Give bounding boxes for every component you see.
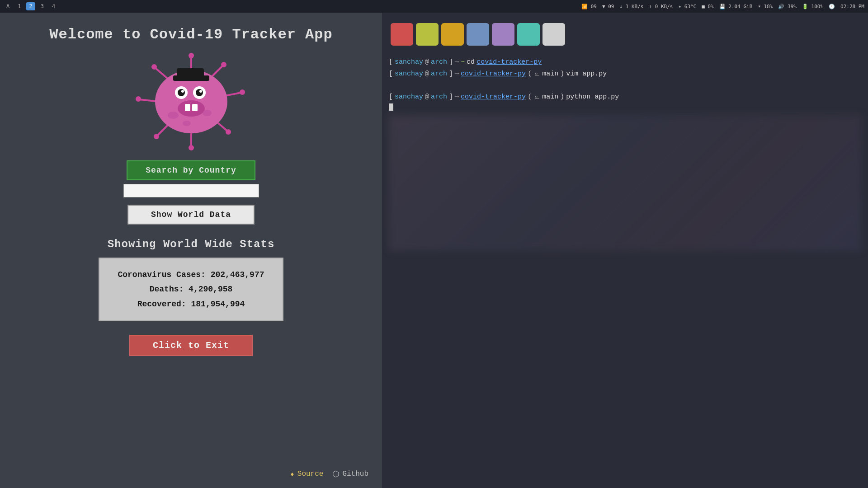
svg-point-11: [154, 134, 159, 139]
app-title: Welcome to Covid-19 Tracker App: [49, 26, 332, 43]
source-label: Source: [297, 470, 324, 478]
github-icon: ⬡: [332, 469, 340, 479]
main-container: Welcome to Covid-19 Tracker App: [0, 13, 868, 488]
terminal-output: [sanchay@arch] → ~ cd covid-tracker-py […: [389, 56, 861, 111]
clock-icon: 🕐: [829, 4, 835, 9]
recovered-line: Recovered: 181,954,994: [137, 300, 245, 309]
deaths-line: Deaths: 4,290,958: [150, 285, 233, 294]
time-display: 02:28 PM: [840, 4, 864, 9]
svg-point-1: [189, 53, 194, 58]
svg-point-22: [196, 89, 203, 96]
svg-point-15: [151, 64, 157, 70]
terminal-blur-area: [389, 115, 861, 251]
svg-rect-27: [192, 104, 198, 111]
svg-point-25: [178, 100, 205, 117]
bracket-close-2: ]: [449, 68, 453, 80]
brightness-status: ☀ 18%: [758, 4, 773, 9]
svg-point-5: [240, 89, 245, 95]
git-sym-3: 𝈯: [533, 91, 540, 103]
branch-3: main: [542, 91, 558, 103]
paren-close-3: ): [560, 91, 564, 103]
workspace-2[interactable]: 2: [26, 2, 35, 10]
svg-point-30: [183, 121, 191, 126]
battery-status: 🔋 100%: [802, 4, 823, 9]
bracket-open-1: [: [389, 56, 393, 68]
workspace-3[interactable]: 3: [38, 2, 47, 10]
at-3: @: [425, 91, 429, 103]
ram-status: 💾 2.04 GiB: [719, 4, 753, 9]
taskbar-right: 📶 09 ▼ 09 ↓ 1 KB/s ↑ 0 KB/s ✦ 63°C ■ 0% …: [581, 4, 864, 9]
svg-point-3: [221, 62, 226, 67]
color-swatches: [389, 19, 861, 49]
deaths-stat: Deaths: 4,290,958: [118, 282, 264, 296]
terminal-panel: [sanchay@arch] → ~ cd covid-tracker-py […: [382, 13, 868, 488]
swatch-yellow: [441, 23, 464, 46]
taskbar-left: A 1 2 3 4: [4, 2, 58, 10]
paren-close-2: ): [560, 68, 564, 80]
swatch-blue: [467, 23, 489, 46]
paren-open-2: (: [528, 68, 532, 80]
user-1: sanchay: [395, 56, 423, 68]
dir-1: ~: [461, 56, 465, 68]
svg-rect-26: [185, 104, 190, 111]
cpu-pct-status: ■ 0%: [702, 4, 714, 9]
dir-3: covid-tracker-py: [461, 91, 526, 103]
arrow-3: →: [455, 91, 459, 103]
net-down-status: ↓ 1 KB/s: [619, 4, 643, 9]
paren-open-3: (: [528, 91, 532, 103]
stats-box: Coronavirus Cases: 202,463,977 Deaths: 4…: [99, 258, 283, 321]
taskbar: A 1 2 3 4 📶 09 ▼ 09 ↓ 1 KB/s ↑ 0 KB/s ✦ …: [0, 0, 868, 13]
swatch-lime: [416, 23, 439, 46]
dir-2: covid-tracker-py: [461, 68, 526, 80]
host-1: arch: [431, 56, 447, 68]
at-2: @: [425, 68, 429, 80]
swatch-white: [542, 23, 565, 46]
volume-status: 🔊 39%: [778, 4, 797, 9]
github-label: Github: [342, 470, 368, 478]
swatch-purple: [492, 23, 514, 46]
search-input[interactable]: [123, 184, 259, 197]
net-up-status: ↑ 0 KB/s: [649, 4, 673, 9]
svg-point-29: [203, 110, 212, 116]
branch-2: main: [542, 68, 558, 80]
terminal-line-1: [sanchay@arch] → ~ cd covid-tracker-py: [389, 56, 861, 68]
footer-links: ⬧ Source ⬡ Github: [290, 469, 368, 479]
bracket-open-2: [: [389, 68, 393, 80]
svg-point-9: [189, 145, 194, 150]
exit-button[interactable]: Click to Exit: [129, 335, 253, 356]
terminal-cursor-line: [389, 103, 861, 111]
svg-rect-18: [177, 68, 204, 77]
bracket-close-1: ]: [449, 56, 453, 68]
bracket-close-3: ]: [449, 91, 453, 103]
cases-line: Coronavirus Cases: 202,463,977: [118, 270, 264, 279]
terminal-cursor: [389, 103, 393, 111]
show-world-data-button[interactable]: Show World Data: [127, 205, 255, 225]
cases-stat: Coronavirus Cases: 202,463,977: [118, 267, 264, 282]
path-1: covid-tracker-py: [476, 56, 542, 68]
host-2: arch: [431, 68, 447, 80]
taskbar-logo: A: [4, 2, 12, 10]
svg-point-7: [226, 129, 231, 135]
recovered-stat: Recovered: 181,954,994: [118, 297, 264, 311]
source-icon: ⬧: [290, 469, 295, 479]
host-3: arch: [431, 91, 447, 103]
cmd-2: vim app.py: [566, 68, 607, 80]
svg-point-28: [168, 112, 179, 119]
github-link[interactable]: ⬡ Github: [332, 469, 368, 479]
cmd-3: python app.py: [566, 91, 619, 103]
wifi-status: 📶 09: [581, 4, 597, 9]
search-by-country-button[interactable]: Search by Country: [127, 160, 255, 180]
bracket-open-3: [: [389, 91, 393, 103]
user-3: sanchay: [395, 91, 423, 103]
app-panel: Welcome to Covid-19 Tracker App: [0, 13, 382, 488]
workspace-1[interactable]: 1: [15, 2, 24, 10]
svg-point-23: [181, 90, 184, 93]
stats-title: Showing World Wide Stats: [108, 238, 275, 250]
terminal-line-2: [sanchay@arch] → covid-tracker-py (𝈯 mai…: [389, 68, 861, 80]
source-link[interactable]: ⬧ Source: [290, 469, 324, 479]
cpu-status: ✦ 63°C: [678, 4, 696, 9]
workspace-4[interactable]: 4: [49, 2, 58, 10]
svg-point-24: [199, 90, 202, 93]
arrow-1: →: [455, 56, 459, 68]
user-2: sanchay: [395, 68, 423, 80]
